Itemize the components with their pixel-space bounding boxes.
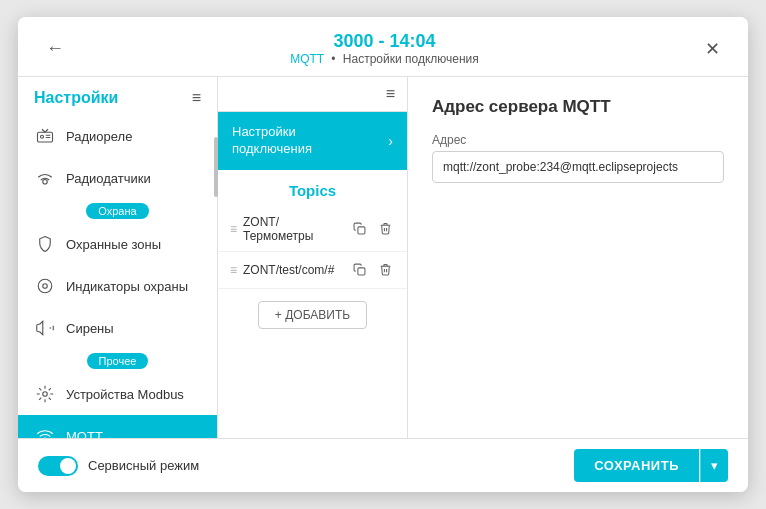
badge-ohrana-label: Охрана bbox=[86, 203, 148, 219]
topic-item-1: ≡ ZONT/test/com/# bbox=[218, 252, 407, 289]
mqtt-icon bbox=[34, 425, 56, 438]
topic-actions-0 bbox=[349, 219, 395, 239]
sidebar-menu-icon[interactable]: ≡ bbox=[192, 89, 201, 107]
sirens-icon bbox=[34, 317, 56, 339]
sidebar-item-sirens[interactable]: Сирены bbox=[18, 307, 217, 349]
service-mode: Сервисный режим bbox=[38, 456, 199, 476]
topic-delete-1[interactable] bbox=[375, 260, 395, 280]
sidebar-item-security-indicators[interactable]: Индикаторы охраны bbox=[18, 265, 217, 307]
topic-delete-0[interactable] bbox=[375, 219, 395, 239]
header-left: ← bbox=[38, 34, 72, 63]
sidebar-title: Настройки bbox=[34, 89, 118, 107]
middle-header: ≡ bbox=[218, 77, 407, 112]
subtitle-main: MQTT bbox=[290, 52, 324, 66]
svg-rect-12 bbox=[357, 268, 364, 275]
sidebar-wrapper: Настройки ≡ Радиореле bbox=[18, 77, 218, 438]
save-button[interactable]: СОХРАНИТЬ bbox=[574, 449, 699, 482]
svg-point-1 bbox=[41, 135, 44, 138]
sidebar-scrollbar[interactable] bbox=[214, 137, 218, 197]
topic-name-0: ZONT/Термометры bbox=[243, 215, 349, 243]
topic-actions-1 bbox=[349, 260, 395, 280]
svg-point-6 bbox=[43, 284, 48, 289]
radiosensors-label: Радиодатчики bbox=[66, 171, 151, 186]
header-title: 3000 - 14:04 bbox=[72, 31, 697, 53]
svg-rect-11 bbox=[357, 227, 364, 234]
sidebar-item-security-zones[interactable]: Охранные зоны bbox=[18, 223, 217, 265]
svg-point-4 bbox=[43, 180, 48, 185]
footer-right: СОХРАНИТЬ ▾ bbox=[574, 449, 728, 482]
badge-ohrana: Охрана bbox=[18, 199, 217, 223]
middle-active-label: Настройкиподключения bbox=[232, 124, 312, 158]
modal-container: ← 3000 - 14:04 MQTT • Настройки подключе… bbox=[18, 17, 748, 492]
svg-point-5 bbox=[38, 279, 52, 293]
sirens-label: Сирены bbox=[66, 321, 114, 336]
modal-header: ← 3000 - 14:04 MQTT • Настройки подключе… bbox=[18, 17, 748, 77]
svg-point-9 bbox=[43, 392, 48, 397]
security-indicators-icon bbox=[34, 275, 56, 297]
sidebar-item-modbus[interactable]: Устройства Modbus bbox=[18, 373, 217, 415]
badge-prochee: Прочее bbox=[18, 349, 217, 373]
header-subtitle: MQTT • Настройки подключения bbox=[72, 52, 697, 66]
header-center: 3000 - 14:04 MQTT • Настройки подключени… bbox=[72, 31, 697, 67]
sidebar-item-mqtt[interactable]: MQTT bbox=[18, 415, 217, 438]
modal-body: Настройки ≡ Радиореле bbox=[18, 77, 748, 438]
subtitle-dot: • bbox=[331, 52, 335, 66]
topics-section: Topics ≡ ZONT/Термометры bbox=[218, 170, 407, 438]
right-panel: Адрес сервера MQTT Адрес bbox=[408, 77, 748, 438]
modal-footer: Сервисный режим СОХРАНИТЬ ▾ bbox=[18, 438, 748, 492]
sidebar-item-radiosensors[interactable]: Радиодатчики bbox=[18, 157, 217, 199]
address-input[interactable] bbox=[432, 151, 724, 183]
topic-copy-0[interactable] bbox=[349, 219, 369, 239]
middle-menu-icon[interactable]: ≡ bbox=[386, 85, 395, 103]
topic-copy-1[interactable] bbox=[349, 260, 369, 280]
add-topic-button[interactable]: + ДОБАВИТЬ bbox=[258, 301, 367, 329]
modbus-icon bbox=[34, 383, 56, 405]
toggle-knob bbox=[60, 458, 76, 474]
close-button[interactable]: ✕ bbox=[697, 34, 728, 64]
badge-prochee-label: Прочее bbox=[87, 353, 149, 369]
security-zones-icon bbox=[34, 233, 56, 255]
topic-drag-0[interactable]: ≡ bbox=[230, 222, 237, 236]
address-field-label: Адрес bbox=[432, 133, 724, 147]
topic-name-1: ZONT/test/com/# bbox=[243, 263, 349, 277]
right-panel-title: Адрес сервера MQTT bbox=[432, 97, 724, 117]
middle-panel: ≡ Настройкиподключения › Topics ≡ ZONT/Т… bbox=[218, 77, 408, 438]
topics-header: Topics bbox=[218, 170, 407, 207]
service-mode-toggle[interactable] bbox=[38, 456, 78, 476]
back-button[interactable]: ← bbox=[38, 34, 72, 63]
middle-chevron: › bbox=[388, 133, 393, 149]
subtitle-sub: Настройки подключения bbox=[343, 52, 479, 66]
topic-drag-1[interactable]: ≡ bbox=[230, 263, 237, 277]
middle-active-item[interactable]: Настройкиподключения › bbox=[218, 112, 407, 170]
security-indicators-label: Индикаторы охраны bbox=[66, 279, 188, 294]
radiosensors-icon bbox=[34, 167, 56, 189]
topic-item-0: ≡ ZONT/Термометры bbox=[218, 207, 407, 252]
sidebar: Настройки ≡ Радиореле bbox=[18, 77, 218, 438]
security-zones-label: Охранные зоны bbox=[66, 237, 161, 252]
service-mode-label: Сервисный режим bbox=[88, 458, 199, 473]
modbus-label: Устройства Modbus bbox=[66, 387, 184, 402]
save-dropdown-button[interactable]: ▾ bbox=[700, 449, 728, 482]
sidebar-item-radiorele[interactable]: Радиореле bbox=[18, 115, 217, 157]
radiorele-icon bbox=[34, 125, 56, 147]
mqtt-label: MQTT bbox=[66, 429, 103, 439]
radiorele-label: Радиореле bbox=[66, 129, 132, 144]
sidebar-header: Настройки ≡ bbox=[18, 77, 217, 115]
